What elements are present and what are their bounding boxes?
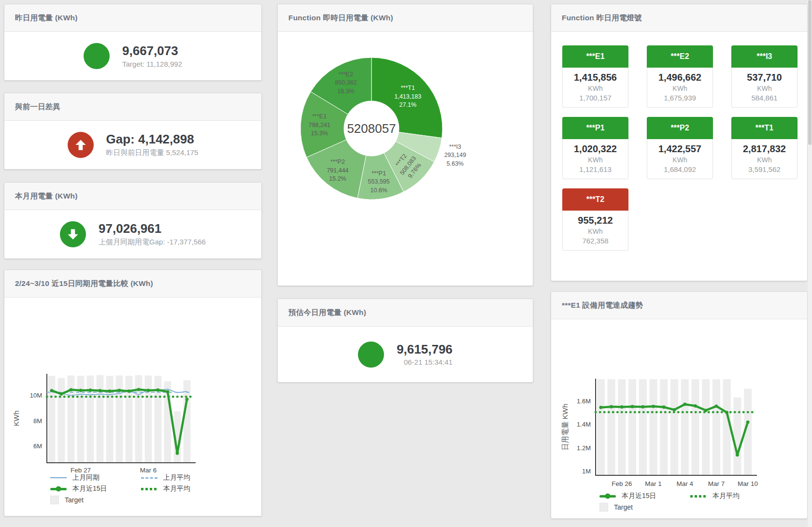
panel-yesterday-lights: Function 昨日用電燈號 ***E11,415,856KWh1,700,1…	[551, 4, 808, 281]
series-marker	[176, 452, 179, 455]
stat-subtitle: 上個月同期用電Gap: -17,377,566	[99, 238, 206, 247]
light-tile-name: ***P1	[562, 117, 628, 139]
legend-item-thick[interactable]: 本月近15日	[50, 484, 141, 493]
legend-item-dashed[interactable]: 上月平均	[141, 473, 232, 482]
legend-item-dotted[interactable]: 本月平均	[690, 492, 781, 500]
lights-grid: ***E11,415,856KWh1,700,157***E21,496,662…	[562, 45, 798, 251]
light-tile-body: 2,817,832KWh3,591,562	[731, 139, 798, 179]
target-bar	[184, 380, 191, 463]
legend-item-box[interactable]: Target	[50, 496, 141, 504]
x-tick-label: Feb 27	[71, 467, 91, 474]
series-thick	[52, 389, 187, 453]
light-tile-unit: KWh	[647, 85, 712, 92]
light-tile-target: 1,684,092	[647, 165, 712, 173]
y-axis-title: KWh	[12, 411, 20, 427]
series-marker	[147, 389, 150, 392]
x-tick-label: Mar 7	[708, 480, 725, 487]
scrollbar-thumb[interactable]	[808, 0, 812, 145]
panel-month-usage: 本月用電量 (KWh) 97,026,961 上個月同期用電Gap: -17,3…	[4, 182, 262, 259]
legend-label: 上月同期	[72, 473, 100, 482]
y-tick-label: 10M	[30, 392, 42, 399]
light-tile: ***P21,422,557KWh1,684,092	[647, 117, 713, 179]
target-bar	[174, 412, 181, 463]
light-tile-unit: KWh	[732, 85, 797, 92]
target-bar	[77, 376, 85, 463]
legend-item-thick[interactable]: 本月近15日	[599, 492, 690, 500]
series-marker	[662, 405, 666, 409]
light-tile-unit: KWh	[563, 228, 628, 235]
y-tick-label: 1.6M	[577, 398, 591, 405]
target-bar	[628, 379, 636, 475]
panel-title: 本月用電量 (KWh)	[15, 191, 78, 201]
light-tile-body: 955,212KWh762,358	[562, 211, 628, 251]
light-tile-target: 3,591,562	[732, 165, 797, 173]
legend-item-box[interactable]: Target	[599, 503, 690, 512]
target-bar	[681, 379, 689, 475]
panel-header: ***E1 設備用電達成趨勢	[551, 292, 807, 319]
stat-subtitle: 昨日與前日用電量 5,524,175	[106, 148, 199, 157]
series-marker	[137, 388, 141, 391]
light-tile-name: ***T1	[731, 117, 798, 139]
target-bar	[618, 379, 626, 475]
light-tile-value: 1,020,322	[563, 143, 628, 155]
target-bar	[702, 379, 710, 475]
x-tick-label: Mar 1	[645, 480, 662, 487]
series-marker	[673, 408, 676, 412]
y-tick-label: 1M	[582, 468, 591, 475]
stat-value: 9,667,073	[122, 44, 182, 58]
target-bar	[691, 379, 699, 475]
panel-prev-day-gap: 與前一日差異 Gap: 4,142,898 昨日與前日用電量 5,524,175	[4, 93, 262, 170]
series-marker	[715, 404, 718, 408]
target-bar	[106, 376, 114, 463]
panel-header: 與前一日差異	[4, 93, 261, 121]
target-bar	[670, 379, 678, 475]
legend-item-dotted[interactable]: 本月平均	[141, 484, 232, 493]
target-bar	[597, 379, 605, 475]
series-marker	[185, 398, 189, 401]
legend-label: 本月近15日	[622, 492, 656, 500]
page-scrollbar[interactable]	[808, 0, 812, 527]
target-bar	[733, 398, 741, 475]
target-bar	[68, 375, 75, 463]
light-tile-name: ***E1	[562, 45, 628, 68]
legend-label: 本月平均	[712, 492, 740, 500]
light-tile-target: 1,675,939	[647, 94, 712, 102]
stat-value: 97,026,961	[99, 222, 206, 236]
light-tile-name: ***E2	[647, 45, 713, 68]
series-thick	[601, 404, 748, 455]
series-marker	[746, 420, 750, 424]
light-tile-target: 1,700,157	[563, 94, 628, 102]
light-tile-value: 537,710	[732, 72, 797, 83]
target-bar	[723, 379, 731, 475]
legend-item-thin[interactable]: 上月同期	[50, 473, 141, 482]
series-marker	[89, 388, 92, 392]
target-bar	[608, 379, 615, 475]
legend-swatch-thick	[599, 495, 616, 498]
legend-swatch-box	[599, 503, 608, 512]
series-marker	[620, 405, 624, 409]
panel-title: 預估今日用電量 (KWh)	[288, 308, 366, 318]
series-marker	[70, 388, 73, 391]
target-bar	[116, 375, 123, 463]
donut-slice-label: ***P1553,59510.6%	[368, 170, 390, 195]
legend-label: Target	[614, 503, 633, 511]
light-tile-body: 1,020,322KWh1,121,613	[562, 139, 628, 179]
donut-chart: 5208057 ***T11,413,18327.1%***I3293,1495…	[278, 4, 533, 285]
series-marker	[683, 403, 686, 406]
stat-value: Gap: 4,142,898	[106, 132, 199, 147]
donut-slice-label: ***I3293,1495.63%	[444, 142, 466, 168]
stat-value: 9,615,796	[397, 342, 453, 357]
donut-center-total: 5208057	[347, 121, 396, 136]
compare-chart-legend: 上月同期上月平均本月近15日本月平均Target	[50, 473, 232, 504]
series-marker	[610, 405, 613, 409]
light-tile-value: 1,496,662	[647, 72, 712, 83]
series-marker	[128, 389, 131, 393]
light-tile-target: 1,121,613	[563, 165, 628, 173]
panel-yesterday-usage: 昨日用電量 (KWh) 9,667,073 Target: 11,128,992	[4, 4, 262, 81]
light-tile-unit: KWh	[732, 156, 797, 164]
light-tile: ***E11,415,856KWh1,700,157	[562, 45, 628, 108]
panel-estimate-today: 預估今日用電量 (KWh) 9,615,796 06-21 15:34:41	[277, 299, 533, 383]
panel-header: 本月用電量 (KWh)	[4, 183, 261, 210]
trend-line-chart: 1M1.2M1.4M1.6M日用電量 KWhFeb 26Mar 1Mar 4Ma…	[551, 292, 807, 518]
series-marker	[166, 390, 170, 393]
